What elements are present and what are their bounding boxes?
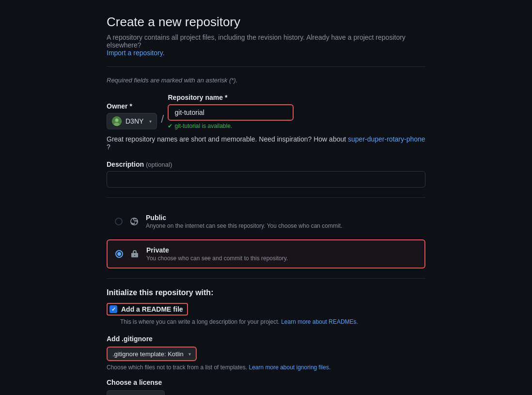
inspiration-suggestion-link[interactable]: super-duper-rotary-phone [348,135,425,143]
gitignore-chevron-icon: ▾ [188,351,191,357]
owner-label: Owner * [107,102,157,110]
public-radio[interactable] [115,218,123,225]
globe-icon [128,216,140,227]
readme-row: ✓ Add a README file [107,303,425,316]
repo-name-group: Repository name * ✔ git-tutorial is avai… [168,94,294,129]
divider-visibility [107,197,425,198]
owner-group: Owner * D3NY ▾ [107,102,157,129]
private-option[interactable]: Private You choose who can see and commi… [107,239,425,269]
gitignore-template-value: .gitignore template: Kotlin [112,350,184,358]
owner-repo-row: Owner * D3NY ▾ / Repository name * [107,94,425,129]
owner-repo-separator: / [161,113,164,127]
owner-select[interactable]: D3NY ▾ [107,113,157,129]
license-section: Choose a license License: None ▾ A licen… [107,379,425,395]
gitignore-label: Add .gitignore [107,335,425,343]
readme-label: Add a README file [121,305,183,313]
license-dropdown[interactable]: License: None ▾ [107,390,165,395]
visibility-section: Public Anyone on the internet can see th… [107,207,425,269]
private-radio[interactable] [115,250,123,258]
readme-checkbox-wrapper[interactable]: ✓ Add a README file [107,303,188,316]
description-section: Description(optional) [107,160,425,188]
chevron-down-icon: ▾ [149,119,152,124]
avatar [112,116,122,126]
readme-learn-more-link[interactable]: Learn more about READMEs. [281,318,358,325]
inspiration-text: Great repository names are short and mem… [107,135,425,151]
import-link[interactable]: Import a repository. [107,49,165,57]
gitignore-note: Choose which files not to track from a l… [107,364,425,371]
check-icon: ✔ [168,123,172,129]
availability-message: ✔ git-tutorial is available. [168,123,294,129]
lock-icon [129,248,141,260]
page-title: Create a new repository [107,15,425,30]
page-subtitle: A repository contains all project files,… [107,33,425,57]
svg-point-1 [115,119,119,122]
readme-checkbox[interactable]: ✓ [110,305,117,313]
description-input[interactable] [107,171,425,188]
repo-name-input[interactable] [168,104,294,121]
divider-init [107,278,425,279]
license-label: Choose a license [107,379,425,386]
gitignore-section: Add .gitignore .gitignore template: Kotl… [107,335,425,371]
readme-desc: This is where you can write a long descr… [120,318,425,325]
check-icon: ✓ [111,306,116,313]
repo-name-label: Repository name * [168,94,294,101]
public-text: Public Anyone on the internet can see th… [146,214,417,229]
gitignore-dropdown[interactable]: .gitignore template: Kotlin ▾ [107,347,197,361]
description-label: Description(optional) [107,160,425,168]
initialize-title: Initialize this repository with: [107,288,425,297]
private-text: Private You choose who can see and commi… [146,246,417,262]
gitignore-learn-more-link[interactable]: Learn more about ignoring files. [249,364,330,371]
owner-name: D3NY [125,117,143,125]
required-note: Required fields are marked with an aster… [107,77,425,84]
divider-top [107,66,425,67]
initialize-section: Initialize this repository with: ✓ Add a… [107,288,425,325]
public-option[interactable]: Public Anyone on the internet can see th… [107,207,425,236]
